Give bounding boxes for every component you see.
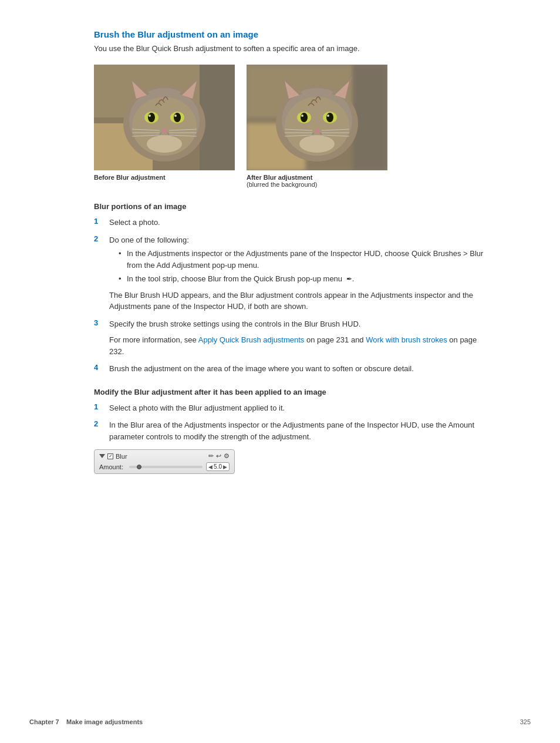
undo-icon[interactable]: ↩ <box>216 452 221 460</box>
mod-step-1-number: 1 <box>94 402 106 411</box>
blur-checkbox[interactable]: ✓ <box>107 453 113 459</box>
collapse-triangle-icon[interactable] <box>99 454 105 458</box>
widget-header-left: ✓ Blur <box>99 453 127 460</box>
svg-point-16 <box>174 115 177 117</box>
after-caption: After Blur adjustment (blurred the backg… <box>247 174 387 188</box>
step-2-bullet-1: In the Adjustments inspector or the Adju… <box>119 248 490 271</box>
page-container: Brush the Blur adjustment on an image Yo… <box>0 0 560 743</box>
amount-label: Amount: <box>99 463 126 470</box>
modify-section: Modify the Blur adjustment after it has … <box>94 388 490 475</box>
slider-decrement[interactable]: ◀ <box>208 464 212 470</box>
step-2-bullet-2: In the tool strip, choose Blur from the … <box>119 273 490 285</box>
step-2-content: Do one of the following: In the Adjustme… <box>109 234 490 312</box>
slider-value-text: 5.0 <box>214 463 222 470</box>
slider-increment[interactable]: ▶ <box>223 464 227 470</box>
blur-label: Blur <box>116 453 127 460</box>
footer-page-number: 325 <box>520 718 531 725</box>
blur-portions-title: Blur portions of an image <box>94 202 490 211</box>
slider-thumb[interactable] <box>137 465 141 469</box>
widget-header-right: ✏ ↩ ⚙ <box>208 452 230 460</box>
svg-point-41 <box>301 115 303 117</box>
after-cat-svg <box>247 65 387 170</box>
mod-step-2-number: 2 <box>94 419 106 428</box>
svg-point-39 <box>301 113 308 122</box>
widget-header: ✓ Blur ✏ ↩ ⚙ <box>99 452 230 460</box>
images-row: Before Blur adjustment <box>94 65 490 188</box>
step-2-follow: The Blur Brush HUD appears, and the Blur… <box>109 290 490 312</box>
slider-value-control: ◀ 5.0 ▶ <box>206 462 230 471</box>
step-2-number: 2 <box>94 234 106 243</box>
intro-text: You use the Blur Quick Brush adjustment … <box>94 44 490 53</box>
step-4: 4 Brush the adjustment on the area of th… <box>94 363 490 375</box>
step-4-text: Brush the adjustment on the area of the … <box>109 363 490 375</box>
modify-title: Modify the Blur adjustment after it has … <box>94 388 490 396</box>
step-4-number: 4 <box>94 363 106 372</box>
step-3-number: 3 <box>94 318 106 327</box>
mod-step-1: 1 Select a photo with the Blur adjustmen… <box>94 402 490 414</box>
before-image-block: Before Blur adjustment <box>94 65 235 188</box>
work-with-brush-link[interactable]: Work with brush strokes <box>366 335 447 344</box>
blur-portions-section: Blur portions of an image 1 Select a pho… <box>94 202 490 375</box>
mod-step-2: 2 In the Blur area of the Adjustments in… <box>94 419 490 442</box>
step-1-number: 1 <box>94 217 106 226</box>
step-2: 2 Do one of the following: In the Adjust… <box>94 234 490 312</box>
brush-icon: ✒ <box>346 274 352 284</box>
amount-row: Amount: ◀ 5.0 ▶ <box>99 462 230 471</box>
after-image <box>247 65 387 170</box>
svg-point-42 <box>327 115 329 117</box>
svg-point-14 <box>174 113 181 122</box>
before-image <box>94 65 235 170</box>
step-1-text: Select a photo. <box>109 217 490 228</box>
step-1: 1 Select a photo. <box>94 217 490 228</box>
svg-point-24 <box>147 135 182 153</box>
page-footer: Chapter 7 Make image adjustments 325 <box>0 718 560 725</box>
pencil-icon[interactable]: ✏ <box>208 452 214 460</box>
section-title: Brush the Blur adjustment on an image <box>94 29 490 39</box>
blur-adjustment-widget: ✓ Blur ✏ ↩ ⚙ Amount: ◀ 5.0 ▶ <box>94 449 235 474</box>
svg-point-50 <box>299 135 335 153</box>
svg-point-40 <box>326 113 333 122</box>
footer-chapter: Chapter 7 Make image adjustments <box>29 718 143 725</box>
mod-step-1-text: Select a photo with the Blur adjustment … <box>109 402 490 414</box>
step-3: 3 Specify the brush stroke settings usin… <box>94 318 490 358</box>
apply-quick-brush-link[interactable]: Apply Quick Brush adjustments <box>198 335 305 344</box>
step-3-follow: For more information, see Apply Quick Br… <box>109 334 490 357</box>
before-caption: Before Blur adjustment <box>94 174 235 181</box>
step-3-content: Specify the brush stroke settings using … <box>109 318 490 358</box>
before-cat-svg <box>94 65 235 170</box>
mod-step-2-content: In the Blur area of the Adjustments insp… <box>109 419 490 442</box>
amount-slider[interactable] <box>129 466 203 468</box>
svg-point-15 <box>149 115 151 117</box>
svg-point-13 <box>148 113 155 122</box>
after-image-block: After Blur adjustment (blurred the backg… <box>247 65 387 188</box>
gear-icon[interactable]: ⚙ <box>224 452 230 460</box>
